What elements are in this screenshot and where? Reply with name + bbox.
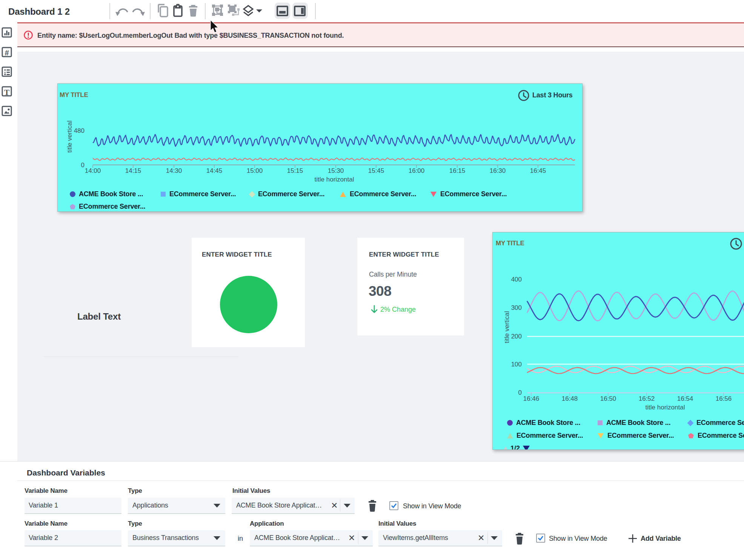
svg-text:400: 400	[511, 276, 522, 283]
svg-text:0: 0	[518, 389, 522, 396]
svg-text:16:54: 16:54	[677, 395, 693, 402]
svg-text:16:50: 16:50	[600, 395, 616, 402]
svg-text:title horizontal: title horizontal	[315, 176, 354, 183]
svg-text:T: T	[4, 88, 9, 97]
svg-text:16:56: 16:56	[716, 395, 732, 402]
svg-text:16:45: 16:45	[530, 167, 546, 174]
svg-text:15:00: 15:00	[247, 167, 263, 174]
svg-text:100: 100	[511, 361, 522, 368]
svg-text:0: 0	[81, 162, 85, 169]
svg-text:300: 300	[511, 304, 522, 311]
svg-text:title vertical: title vertical	[66, 120, 73, 152]
svg-text:200: 200	[511, 333, 522, 340]
svg-text:14:15: 14:15	[125, 167, 141, 174]
svg-text:480: 480	[74, 127, 85, 134]
svg-text:title horizontal: title horizontal	[646, 404, 685, 411]
svg-text:15:15: 15:15	[287, 167, 303, 174]
svg-text:15:30: 15:30	[328, 167, 344, 174]
svg-text:16:48: 16:48	[562, 395, 578, 402]
svg-text:14:45: 14:45	[206, 167, 223, 174]
svg-text:16:46: 16:46	[523, 395, 540, 402]
svg-text:16:00: 16:00	[409, 167, 425, 174]
svg-text:16:52: 16:52	[639, 395, 655, 402]
svg-text:#: #	[5, 49, 9, 57]
svg-text:14:30: 14:30	[166, 167, 182, 174]
svg-text:title vertical: title vertical	[503, 311, 510, 343]
svg-text:15:45: 15:45	[368, 167, 384, 174]
svg-text:16:30: 16:30	[490, 167, 506, 174]
svg-text:14:00: 14:00	[85, 167, 101, 174]
svg-text:16:15: 16:15	[449, 167, 466, 174]
